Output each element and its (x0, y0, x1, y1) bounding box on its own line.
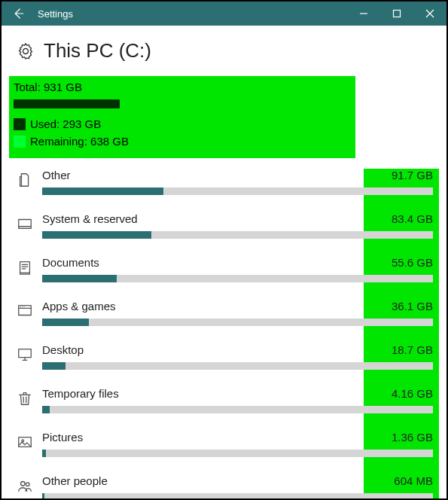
temp-icon (14, 387, 36, 407)
svg-rect-4 (19, 220, 32, 227)
apps-icon (14, 300, 36, 319)
category-name: Pictures (42, 431, 83, 444)
category-size: 18.7 GB (380, 343, 433, 356)
category-row[interactable]: Other people 604 MB (2, 474, 446, 498)
documents-icon (14, 256, 36, 276)
people-icon (14, 474, 36, 494)
system-icon (14, 212, 36, 232)
category-name: System & reserved (42, 212, 138, 225)
category-bar (42, 362, 433, 370)
svg-point-7 (20, 306, 21, 307)
category-bar (42, 319, 433, 326)
category-bar-fill (42, 493, 44, 498)
svg-point-8 (22, 306, 23, 307)
legend-used: Used: 293 GB (14, 117, 351, 130)
category-size: 36.1 GB (380, 300, 433, 312)
arrow-left-icon (11, 7, 25, 20)
category-size: 4.16 GB (380, 387, 433, 400)
category-bar-fill (42, 231, 151, 239)
category-bar-fill (42, 188, 163, 195)
legend-used-swatch (14, 118, 26, 130)
window-title: Settings (38, 8, 73, 20)
category-name: Other people (42, 474, 108, 487)
minimize-icon (359, 9, 368, 18)
minimize-button[interactable] (347, 2, 380, 26)
maximize-icon (392, 9, 401, 18)
category-bar (42, 406, 433, 413)
category-size: 91.7 GB (380, 169, 433, 181)
category-name: Other (42, 169, 71, 181)
category-bar (42, 188, 433, 195)
category-size: 55.6 GB (380, 256, 433, 269)
category-bar (42, 275, 433, 282)
category-name: Apps & games (42, 300, 116, 312)
category-bar (42, 450, 433, 457)
other-icon (14, 169, 36, 188)
category-bar (42, 493, 433, 498)
category-size: 83.4 GB (380, 212, 433, 225)
category-bar-fill (42, 406, 50, 413)
svg-point-14 (26, 483, 29, 486)
close-icon (425, 9, 434, 18)
category-size: 1.36 GB (380, 431, 433, 444)
summary-bar (14, 99, 351, 108)
category-bar-fill (42, 450, 46, 457)
svg-point-12 (22, 440, 24, 442)
category-bar (42, 231, 433, 239)
gear-icon (17, 42, 35, 60)
pictures-icon (14, 431, 36, 450)
summary-bar-used (14, 99, 120, 108)
storage-summary: Total: 931 GB Used: 293 GB Remaining: 63… (9, 76, 355, 158)
category-name: Documents (42, 256, 99, 269)
legend-remaining: Remaining: 638 GB (14, 135, 351, 148)
category-bar-fill (42, 362, 66, 370)
category-bar-fill (42, 275, 117, 282)
maximize-button[interactable] (380, 2, 413, 26)
legend-free-swatch (14, 136, 26, 148)
svg-rect-1 (394, 11, 401, 17)
legend-used-label: Used: 293 GB (30, 117, 101, 130)
category-size: 604 MB (380, 474, 433, 487)
summary-total: Total: 931 GB (14, 81, 351, 93)
category-list: Other 91.7 GB System & reserved 83.4 GB (2, 169, 446, 498)
svg-rect-10 (19, 349, 32, 358)
page-header: This PC (C:) (2, 26, 446, 73)
close-button[interactable] (413, 2, 446, 26)
svg-rect-5 (19, 227, 32, 229)
legend-remaining-label: Remaining: 638 GB (30, 135, 129, 148)
category-name: Desktop (42, 343, 84, 356)
titlebar: Settings (2, 2, 446, 26)
category-bar-fill (42, 319, 89, 326)
desktop-icon (14, 343, 36, 363)
page-title: This PC (C:) (44, 39, 151, 62)
svg-point-9 (24, 306, 25, 307)
back-button[interactable] (2, 2, 35, 26)
category-name: Temporary files (42, 387, 119, 400)
summary-bar-free (120, 99, 351, 108)
svg-point-13 (21, 482, 26, 486)
